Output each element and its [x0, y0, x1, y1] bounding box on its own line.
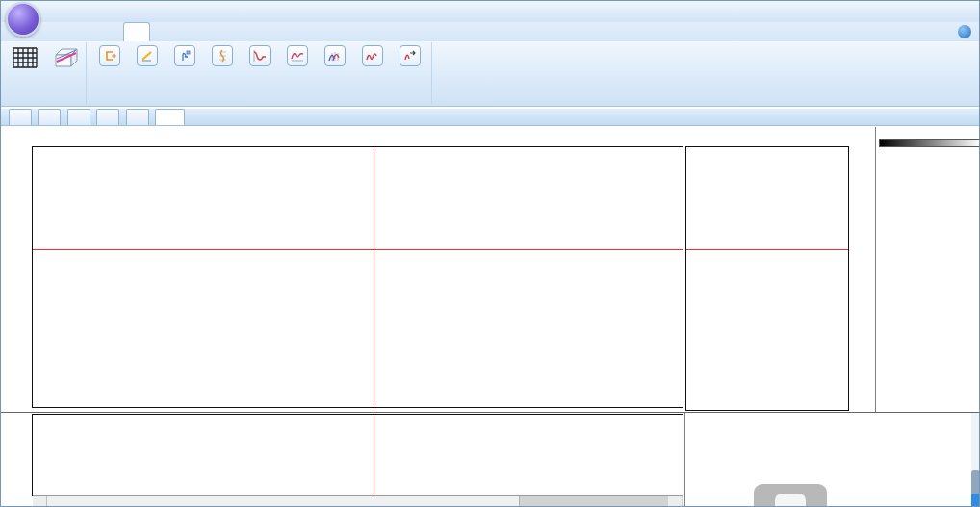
zero-point-correction-button[interactable]: [166, 45, 203, 68]
cross-section-canvas[interactable]: [686, 147, 848, 410]
status-panel-divider: [684, 413, 685, 507]
zero-point-adjustment-button[interactable]: [203, 45, 241, 68]
ribbon-group-combine: [3, 42, 87, 104]
plan-slice-canvas[interactable]: [33, 415, 683, 495]
doc-tab-3d-srd[interactable]: [9, 109, 32, 125]
tab-convenient-tools[interactable]: [155, 22, 180, 41]
doc-tab-3d-p01[interactable]: [38, 109, 61, 125]
doc-tab-3d-p04[interactable]: [126, 109, 149, 125]
doc-tab-3d-p04-slc[interactable]: [155, 109, 185, 125]
crosshair-vertical-main: [374, 147, 374, 407]
trace-normalization-icon: [99, 45, 120, 66]
cross-depth-ruler: [848, 147, 877, 411]
touch-cursor-overlay-inner: [775, 494, 806, 507]
scrollbar-thumb[interactable]: [46, 496, 520, 507]
doc-tab-3d-p03[interactable]: [96, 109, 119, 125]
restore-button[interactable]: [912, 3, 941, 19]
trace-normalization-button[interactable]: [90, 45, 128, 68]
data-grid-icon: [11, 45, 39, 71]
gain-adjustment-icon: [249, 45, 271, 66]
cross-line-ruler: [686, 133, 848, 147]
moving-average-icon: [362, 45, 383, 66]
background-removal-button[interactable]: [316, 45, 353, 68]
data-filter-button[interactable]: [278, 45, 316, 68]
main-distance-ruler: [33, 133, 683, 147]
application-window: [0, 0, 980, 507]
horizontal-scrollbar[interactable]: [33, 495, 683, 507]
zero-drift-removal-button[interactable]: [128, 45, 166, 68]
status-row-samples: [759, 463, 822, 474]
tab-slice-imaging[interactable]: [123, 22, 150, 41]
zero-drift-removal-icon: [137, 45, 158, 66]
status-row-line: [759, 428, 822, 440]
crosshair-vertical-plan: [374, 415, 374, 495]
menu-tabs: [36, 22, 180, 41]
data-combine-button[interactable]: [5, 44, 45, 71]
scroll-right-arrow[interactable]: [668, 496, 682, 507]
ribbon: [1, 41, 979, 107]
slice-imaging-button[interactable]: [45, 44, 86, 71]
slice-cube-icon: [51, 45, 80, 71]
data-shift-button[interactable]: [391, 45, 428, 68]
close-button[interactable]: [948, 3, 977, 19]
background-removal-icon: [324, 45, 346, 66]
app-logo-button[interactable]: [6, 2, 40, 37]
vertical-scrollbar[interactable]: [971, 413, 980, 507]
tab-project-detection[interactable]: [94, 22, 119, 41]
tab-data-processing[interactable]: [64, 22, 90, 41]
minimize-button[interactable]: [875, 3, 904, 19]
data-shift-icon: [400, 45, 421, 66]
main-bscan-canvas[interactable]: [33, 147, 683, 407]
title-bar: [1, 1, 979, 22]
zero-point-correction-icon: [174, 45, 195, 66]
crosshair-horizontal-cross: [686, 249, 848, 250]
doc-tab-3d-p02[interactable]: [67, 109, 90, 125]
vertical-scrollbar-thumb-highlight: [971, 494, 980, 507]
ribbon-group-processing: [88, 42, 432, 104]
moving-average-button[interactable]: [353, 45, 391, 68]
help-icon[interactable]: [958, 25, 971, 38]
horizontal-divider: [1, 412, 980, 413]
main-time-ruler: [1, 147, 33, 408]
crosshair-horizontal-main: [33, 249, 683, 250]
plan-line-ruler: [1, 415, 33, 496]
data-filter-icon: [287, 45, 308, 66]
wiggle-trace-canvas: [875, 147, 980, 412]
trace-panel-divider: [875, 127, 876, 412]
scroll-left-arrow[interactable]: [33, 496, 46, 507]
amplitude-colorbar: [879, 139, 980, 147]
status-row-distance: [759, 445, 822, 457]
gain-adjustment-button[interactable]: [241, 45, 278, 68]
document-tab-strip: [1, 109, 979, 126]
zero-point-adjustment-icon: [212, 45, 233, 66]
